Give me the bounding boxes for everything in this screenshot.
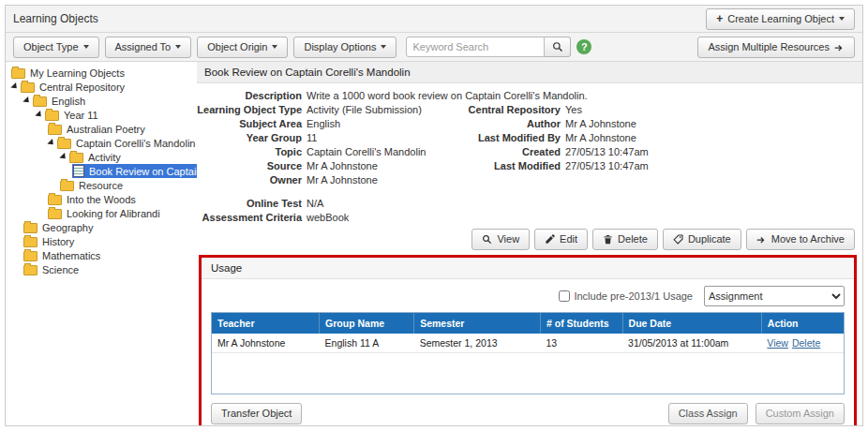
row-view-link[interactable]: View xyxy=(767,337,788,349)
display-options-dropdown[interactable]: Display Options xyxy=(293,37,397,58)
tree-item-label: History xyxy=(42,236,74,247)
tree-item-label: Central Repository xyxy=(39,82,125,93)
search-icon xyxy=(552,41,563,52)
keyword-search-input[interactable] xyxy=(406,37,545,57)
usage-table-container: Teacher Group Name Semester # of Student… xyxy=(211,312,845,394)
cell-group-name: English 11 A xyxy=(320,334,414,353)
table-row[interactable]: Mr A Johnstone English 11 A Semester 1, … xyxy=(212,334,844,353)
tree-item-label: Book Review on Captain Co xyxy=(89,166,197,177)
folder-icon xyxy=(33,97,47,107)
duplicate-button-label: Duplicate xyxy=(688,233,731,245)
duplicate-button[interactable]: Duplicate xyxy=(663,229,741,250)
edit-button[interactable]: Edit xyxy=(534,229,588,250)
tree-item[interactable]: History xyxy=(7,234,197,248)
archive-button-label: Move to Archive xyxy=(771,233,845,245)
cell-due-date: 31/05/2013 at 11:00am xyxy=(622,334,761,353)
tree-expand-icon[interactable] xyxy=(59,153,67,161)
document-icon xyxy=(73,165,84,177)
object-origin-label: Object Origin xyxy=(207,41,267,53)
delete-button[interactable]: Delete xyxy=(592,229,658,250)
detail-fields-right: Central RepositoryYes AuthorMr A Johnsto… xyxy=(457,103,649,173)
usage-footer: Transfer Object Class Assign Custom Assi… xyxy=(202,394,854,426)
help-question-glyph: ? xyxy=(581,41,588,52)
caret-down-icon xyxy=(175,45,181,49)
tree-expand-icon[interactable] xyxy=(22,97,31,105)
object-actions: View Edit Delete xyxy=(197,227,862,255)
custom-assign-button[interactable]: Custom Assign xyxy=(756,403,845,424)
transfer-object-button[interactable]: Transfer Object xyxy=(211,403,302,424)
field-label: Owner xyxy=(197,173,307,187)
field-value: 27/05/13 10:47am xyxy=(565,159,649,173)
folder-icon xyxy=(69,153,83,163)
assigned-to-dropdown[interactable]: Assigned To xyxy=(105,37,192,58)
view-button[interactable]: View xyxy=(471,229,530,250)
field-value: Yes xyxy=(565,103,582,117)
tree-item[interactable]: Resource xyxy=(7,178,197,192)
assign-multiple-resources-button[interactable]: Assign Multiple Resources xyxy=(697,37,855,58)
usage-type-select[interactable]: Assignment xyxy=(704,286,845,306)
field-value: 11 xyxy=(307,131,317,145)
usage-title: Usage xyxy=(202,258,854,279)
edit-button-label: Edit xyxy=(560,233,577,245)
row-delete-link[interactable]: Delete xyxy=(792,337,820,349)
tree-item-label: My Learning Objects xyxy=(30,67,125,79)
tree-item[interactable]: English xyxy=(7,94,197,108)
transfer-object-label: Transfer Object xyxy=(221,408,292,420)
tree-expand-icon[interactable] xyxy=(10,82,19,91)
field-label: Year Group xyxy=(197,131,307,145)
field-label: Source xyxy=(197,159,307,173)
cell-teacher: Mr A Johnstone xyxy=(212,334,320,353)
help-icon[interactable]: ? xyxy=(576,39,591,54)
tree-item[interactable]: Central Repository xyxy=(7,80,197,94)
folder-icon xyxy=(45,111,59,121)
tree-item[interactable]: Into the Woods xyxy=(7,192,197,206)
col-header-semester: Semester xyxy=(414,313,541,334)
tree-expand-icon[interactable] xyxy=(35,111,43,119)
tree-item[interactable]: Mathematics xyxy=(7,248,197,262)
arrow-right-icon xyxy=(834,42,845,52)
object-details: DescriptionWrite a 1000 word book review… xyxy=(197,83,862,227)
object-origin-dropdown[interactable]: Object Origin xyxy=(197,37,288,58)
tree-item-label: English xyxy=(52,96,85,107)
tree-item[interactable]: Captain Corelli's Mandolin xyxy=(7,136,197,150)
assigned-to-label: Assigned To xyxy=(115,41,172,53)
object-type-dropdown[interactable]: Object Type xyxy=(13,37,99,58)
tree-item[interactable]: Australian Poetry xyxy=(7,122,197,136)
search-button[interactable] xyxy=(545,37,571,57)
create-button-label: Create Learning Object xyxy=(727,13,834,25)
class-assign-button[interactable]: Class Assign xyxy=(668,403,748,424)
folder-icon xyxy=(21,82,35,93)
field-value: webBook xyxy=(307,211,349,225)
tree-item-label: Into the Woods xyxy=(67,194,136,205)
tree-item[interactable]: Looking for Alibrandi xyxy=(7,206,197,220)
tree-item[interactable]: Year 11 xyxy=(7,108,197,122)
field-label: Central Repository xyxy=(457,103,565,117)
usage-controls: Include pre-2013/1 Usage Assignment xyxy=(202,279,854,312)
class-assign-label: Class Assign xyxy=(679,408,738,420)
tree-item-label: Science xyxy=(42,264,79,275)
field-value: Activity (File Submission) xyxy=(307,103,422,117)
field-value: 27/05/13 10:47am xyxy=(565,145,649,159)
create-learning-object-button[interactable]: + Create Learning Object xyxy=(706,8,855,30)
move-to-archive-button[interactable]: Move to Archive xyxy=(746,229,855,250)
custom-assign-label: Custom Assign xyxy=(766,408,834,420)
tree-item-label: Mathematics xyxy=(42,250,100,261)
caret-down-icon xyxy=(839,17,845,21)
tree-item-selected[interactable]: Book Review on Captain Co xyxy=(7,164,197,178)
checkbox-label-text: Include pre-2013/1 Usage xyxy=(574,290,693,302)
field-label: Last Modified By xyxy=(457,131,565,145)
tree-item[interactable]: Geography xyxy=(7,220,197,234)
caret-down-icon xyxy=(272,45,277,49)
tree-item[interactable]: My Learning Objects xyxy=(7,66,197,80)
tree-item[interactable]: Activity xyxy=(7,150,197,164)
tree-item[interactable]: Science xyxy=(7,262,197,276)
tree-item-label: Resource xyxy=(79,180,123,191)
folder-icon xyxy=(11,68,25,79)
include-pre-2013-checkbox[interactable] xyxy=(559,290,570,302)
tree-expand-icon[interactable] xyxy=(47,139,55,147)
col-header-due-date: Due Date xyxy=(622,313,761,334)
field-label: Author xyxy=(457,117,565,131)
include-pre-2013-checkbox-label[interactable]: Include pre-2013/1 Usage xyxy=(559,290,693,302)
tree-item-label: Looking for Alibrandi xyxy=(67,208,160,219)
field-value: N/A xyxy=(307,197,323,211)
